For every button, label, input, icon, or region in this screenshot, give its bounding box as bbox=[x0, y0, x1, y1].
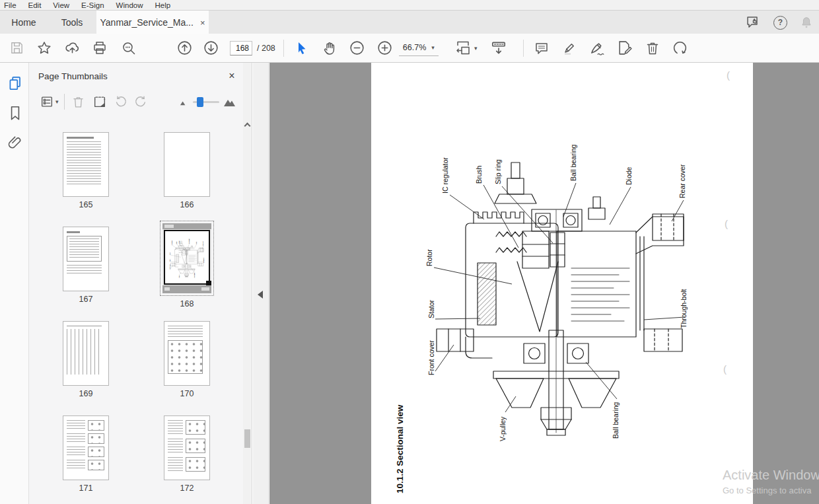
rotate-pages-button[interactable] bbox=[670, 38, 690, 58]
thumbnail-label: 171 bbox=[59, 484, 112, 493]
tab-tools[interactable]: Tools bbox=[48, 11, 96, 34]
select-tool-button[interactable] bbox=[292, 38, 312, 58]
thumbnail-page-168-selected[interactable] bbox=[160, 221, 214, 296]
thumbnail-label: 165 bbox=[59, 200, 112, 209]
thumbnail-page-169[interactable] bbox=[63, 321, 109, 386]
chevron-down-icon: ▾ bbox=[431, 44, 435, 51]
notifications-bell-icon[interactable] bbox=[799, 15, 814, 30]
menu-file[interactable]: File bbox=[4, 1, 17, 9]
delete-page-button[interactable] bbox=[70, 93, 87, 110]
share-upload-button[interactable] bbox=[62, 38, 82, 58]
collapse-panel-icon[interactable] bbox=[258, 291, 263, 299]
tab-tools-label: Tools bbox=[61, 17, 83, 28]
page-thumbnails-panel: Page Thumbnails × ▾ bbox=[29, 63, 243, 504]
scrollbar-thumb[interactable] bbox=[244, 429, 250, 448]
panel-header: Page Thumbnails × bbox=[29, 63, 243, 89]
menu-view[interactable]: View bbox=[53, 1, 69, 9]
document-pane: 10.1.2 Sectional view ( ( ( Activate Win… bbox=[269, 63, 819, 504]
mini-sectional-diagram bbox=[168, 237, 205, 278]
rotate-ccw-button[interactable] bbox=[112, 93, 129, 110]
thumbnail-page-171[interactable] bbox=[63, 415, 109, 480]
thumbnail-options-menu-button[interactable] bbox=[38, 93, 55, 110]
thumbnail-page-170[interactable] bbox=[164, 321, 210, 386]
bookmarks-panel-button[interactable] bbox=[7, 104, 24, 122]
feedback-icon[interactable] bbox=[746, 15, 762, 30]
scroll-up-icon[interactable] bbox=[244, 123, 251, 129]
rotate-cw-button[interactable] bbox=[132, 93, 149, 110]
tab-home-label: Home bbox=[11, 17, 36, 28]
reduce-thumbnails-icon[interactable] bbox=[179, 97, 189, 107]
zoom-in-button[interactable] bbox=[375, 38, 395, 58]
thumbnail-label: 168 bbox=[160, 299, 213, 308]
thumbnail-label: 166 bbox=[160, 200, 213, 209]
thumbnail-page-172[interactable] bbox=[164, 415, 210, 480]
main-toolbar: / 208 66.7% ▾ bbox=[0, 34, 819, 63]
thumbnail-label: 170 bbox=[160, 389, 213, 398]
highlight-button[interactable] bbox=[559, 38, 579, 58]
sectional-view-diagram bbox=[419, 132, 697, 443]
thumbnail-page-166[interactable] bbox=[164, 132, 210, 197]
slider-handle[interactable] bbox=[197, 97, 203, 107]
acrobat-window: File Edit View E-Sign Window Help Home T… bbox=[0, 0, 819, 504]
zoom-level-select[interactable]: 66.7% ▾ bbox=[399, 40, 439, 56]
thumbnails-scrollbar[interactable] bbox=[243, 63, 252, 504]
chevron-down-icon: ▾ bbox=[474, 45, 478, 52]
edit-pdf-button[interactable] bbox=[615, 38, 635, 58]
fit-width-button[interactable]: ▾ bbox=[453, 38, 480, 58]
scan-mark: ( bbox=[723, 363, 727, 375]
tab-close-icon[interactable]: × bbox=[200, 18, 205, 28]
zoom-out-button[interactable] bbox=[347, 38, 367, 58]
activate-windows-watermark: Activate Windows bbox=[723, 468, 819, 483]
activate-windows-watermark-sub: Go to Settings to activa bbox=[723, 486, 811, 495]
next-page-button[interactable] bbox=[201, 38, 221, 58]
thumbnail-page-165[interactable] bbox=[63, 132, 109, 197]
scroll-mode-button[interactable] bbox=[489, 38, 509, 58]
delete-pages-button[interactable] bbox=[643, 38, 662, 58]
enlarge-thumbnails-icon[interactable] bbox=[223, 96, 236, 108]
help-icon[interactable]: ? bbox=[773, 16, 787, 30]
save-button[interactable] bbox=[7, 38, 26, 58]
page-thumbnails-panel-button[interactable] bbox=[7, 75, 24, 92]
sidebar-rail bbox=[0, 63, 29, 504]
panel-title: Page Thumbnails bbox=[38, 71, 108, 81]
section-title: 10.1.2 Sectional view bbox=[395, 405, 405, 493]
pdf-page-168: 10.1.2 Sectional view ( ( ( bbox=[371, 63, 753, 504]
menu-help[interactable]: Help bbox=[155, 1, 171, 9]
tab-bar: Home Tools Yanmar_Service_Ma... × ? bbox=[0, 10, 819, 34]
thumbnail-label: 167 bbox=[59, 295, 112, 304]
tab-document[interactable]: Yanmar_Service_Ma... × bbox=[96, 11, 209, 34]
zoom-level-value: 66.7% bbox=[403, 43, 426, 52]
comment-button[interactable] bbox=[532, 38, 552, 58]
menu-esign[interactable]: E-Sign bbox=[81, 1, 104, 9]
scan-mark: ( bbox=[727, 69, 730, 81]
thumbnail-size-slider[interactable] bbox=[193, 101, 219, 103]
thumbnail-page-167[interactable] bbox=[63, 227, 109, 291]
menu-bar: File Edit View E-Sign Window Help bbox=[0, 0, 819, 10]
chevron-down-icon: ▾ bbox=[55, 98, 59, 105]
star-favorite-button[interactable] bbox=[34, 38, 54, 58]
tab-document-label: Yanmar_Service_Ma... bbox=[100, 17, 194, 28]
previous-page-button[interactable] bbox=[174, 38, 194, 58]
page-total-label: / 208 bbox=[257, 44, 275, 53]
panel-close-icon[interactable]: × bbox=[225, 69, 239, 83]
menu-window[interactable]: Window bbox=[116, 1, 143, 9]
insert-page-button[interactable] bbox=[91, 93, 108, 110]
menu-edit[interactable]: Edit bbox=[28, 1, 42, 9]
panel-collapse-strip[interactable] bbox=[253, 63, 269, 504]
hand-tool-button[interactable] bbox=[320, 38, 339, 58]
search-button[interactable] bbox=[119, 38, 139, 58]
scan-mark: ( bbox=[725, 218, 728, 229]
print-button[interactable] bbox=[90, 38, 110, 58]
fill-sign-button[interactable] bbox=[587, 38, 607, 58]
tab-home[interactable]: Home bbox=[0, 11, 48, 34]
thumbnail-label: 172 bbox=[160, 484, 213, 493]
page-number-input[interactable] bbox=[230, 41, 252, 55]
thumbnail-label: 169 bbox=[59, 389, 112, 398]
attachments-panel-button[interactable] bbox=[7, 134, 24, 151]
panel-toolbar: ▾ bbox=[29, 89, 243, 114]
